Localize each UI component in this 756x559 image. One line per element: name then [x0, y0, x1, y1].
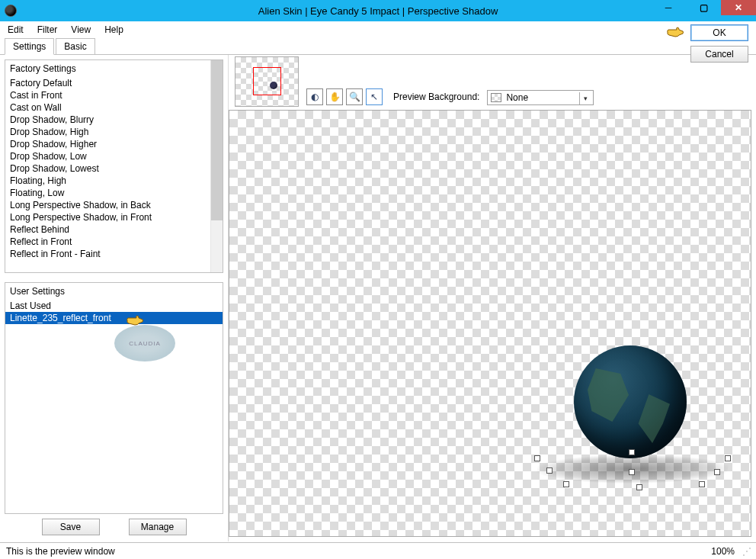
preview-object	[574, 345, 687, 458]
menu-filter[interactable]: Filter	[37, 24, 58, 35]
transform-handle[interactable]	[546, 467, 553, 474]
scrollbar-thumb[interactable]	[211, 60, 223, 220]
tool-hand-icon[interactable]: ✋	[326, 88, 343, 105]
menu-edit[interactable]: Edit	[8, 24, 24, 35]
factory-settings-list: Factory Settings Factory DefaultCast in …	[5, 59, 223, 273]
user-settings-header: User Settings	[5, 283, 223, 300]
list-item[interactable]: Cast in Front	[5, 89, 210, 101]
menu-bar: Edit Filter View Help	[0, 21, 756, 38]
list-item[interactable]: Reflect in Front	[5, 236, 210, 248]
transform-handle[interactable]	[714, 469, 720, 475]
list-item[interactable]: Drop Shadow, Low	[5, 150, 210, 162]
menu-help[interactable]: Help	[104, 24, 123, 35]
thumbnail-navigator[interactable]	[235, 56, 299, 107]
transform-handle[interactable]	[699, 481, 705, 487]
maximize-button[interactable]: ▢	[686, 0, 721, 15]
tool-color-icon[interactable]: ◐	[306, 88, 323, 105]
thumbnail-content-icon	[270, 82, 277, 89]
list-item[interactable]: Drop Shadow, High	[5, 126, 210, 138]
window-title: Alien Skin | Eye Candy 5 Impact | Perspe…	[258, 5, 498, 17]
list-item[interactable]: Cast on Wall	[5, 101, 210, 114]
list-item[interactable]: Floating, Low	[5, 187, 210, 199]
status-bar: This is the preview window 100% ⋰	[0, 542, 756, 559]
app-icon	[5, 5, 17, 17]
manage-button[interactable]: Manage	[129, 519, 187, 535]
tab-strip: Settings Basic	[0, 38, 756, 55]
preview-background-select[interactable]: None ▾	[487, 90, 594, 105]
tool-pointer-icon[interactable]: ↖	[366, 88, 383, 105]
minimize-button[interactable]: ─	[651, 0, 686, 15]
transform-handle[interactable]	[534, 455, 540, 461]
tab-settings[interactable]: Settings	[5, 38, 54, 55]
zoom-level: 100%	[711, 546, 735, 557]
transform-handle[interactable]	[629, 449, 635, 455]
preview-background-label: Preview Background:	[393, 92, 479, 102]
list-item-selected[interactable]: Linette_235_reflect_front	[5, 312, 223, 324]
list-item[interactable]: Reflect in Front - Faint	[5, 248, 210, 260]
list-item[interactable]: Long Perspective Shadow, in Back	[5, 199, 210, 211]
transparency-swatch-icon	[491, 93, 501, 102]
list-item[interactable]: Drop Shadow, Blurry	[5, 114, 210, 126]
scrollbar[interactable]	[210, 60, 223, 272]
list-item[interactable]: Drop Shadow, Higher	[5, 138, 210, 150]
user-settings-list: User Settings Last Used Linette_235_refl…	[5, 282, 223, 514]
list-item[interactable]: Drop Shadow, Lowest	[5, 162, 210, 175]
list-item[interactable]: Floating, High	[5, 175, 210, 187]
transform-handle[interactable]	[629, 469, 635, 475]
watermark-badge: CLAUDIA	[114, 325, 175, 361]
settings-panel: Factory Settings Factory DefaultCast in …	[0, 55, 229, 541]
list-item[interactable]: Last Used	[5, 300, 223, 312]
resize-gripper-icon[interactable]: ⋰	[742, 546, 750, 557]
transform-handle[interactable]	[563, 481, 569, 487]
factory-settings-header: Factory Settings	[5, 60, 210, 77]
hand-pointer-icon	[666, 25, 701, 41]
save-button[interactable]: Save	[42, 519, 100, 535]
preview-background-value: None	[506, 92, 528, 103]
cancel-button[interactable]: Cancel	[690, 46, 748, 63]
status-message: This is the preview window	[6, 546, 115, 557]
chevron-down-icon: ▾	[579, 92, 591, 104]
shadow-transform-box[interactable]	[537, 451, 728, 487]
thumbnail-viewport[interactable]	[253, 67, 281, 95]
title-bar: Alien Skin | Eye Candy 5 Impact | Perspe…	[0, 0, 756, 21]
transform-handle[interactable]	[636, 484, 642, 490]
list-item[interactable]: Long Perspective Shadow, in Front	[5, 211, 210, 223]
close-button[interactable]: ✕	[721, 0, 756, 15]
list-item[interactable]: Factory Default	[5, 77, 210, 89]
tool-zoom-icon[interactable]: 🔍	[346, 88, 363, 105]
preview-canvas[interactable]	[229, 110, 751, 537]
menu-view[interactable]: View	[71, 24, 91, 35]
transform-handle[interactable]	[725, 455, 731, 461]
list-item[interactable]: Reflect Behind	[5, 223, 210, 236]
tab-basic[interactable]: Basic	[56, 38, 94, 54]
